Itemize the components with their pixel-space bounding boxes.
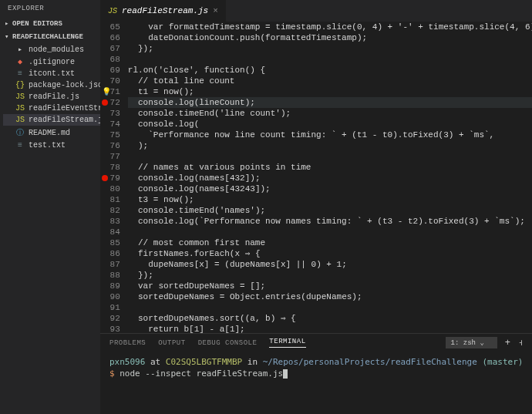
code-line[interactable]: sortedDupeNames = Object.entries(dupeNam… — [128, 291, 532, 302]
file-label: readFileEventStream.js — [29, 104, 100, 113]
line-number[interactable]: 81 — [105, 194, 120, 205]
code-line[interactable]: dupeNames[x] = (dupeNames[x] || 0) + 1; — [128, 259, 532, 270]
line-number[interactable]: 84 — [105, 227, 120, 237]
line-number[interactable]: 66 — [105, 32, 120, 43]
code-line[interactable] — [128, 302, 532, 313]
chevron-right-icon: ▸ — [5, 19, 12, 28]
panel-tabs: PROBLEMS OUTPUT DEBUG CONSOLE TERMINAL 1… — [100, 334, 532, 352]
tab-debug-console[interactable]: DEBUG CONSOLE — [198, 339, 258, 347]
code-line[interactable]: dateDonationCount.push(formattedTimestam… — [128, 32, 532, 43]
terminal[interactable]: pxn5096 at C02SQ5LBGTFMMBP in ~/Repos/pe… — [100, 352, 532, 414]
line-number[interactable]: 83 — [105, 216, 120, 227]
file-label: itcont.txt — [29, 69, 75, 78]
line-number[interactable]: 67 — [105, 43, 120, 54]
tab-problems[interactable]: PROBLEMS — [109, 339, 146, 347]
line-number[interactable]: 73 — [105, 108, 120, 119]
line-number[interactable]: 79 — [105, 173, 120, 183]
file-label: readFile.js — [29, 93, 79, 101]
line-number[interactable]: 68 — [105, 54, 120, 65]
line-number[interactable]: 80 — [105, 183, 120, 194]
line-number[interactable]: 90 — [105, 291, 120, 302]
tab-terminal[interactable]: TERMINAL — [269, 338, 305, 348]
terminal-selector-label: 1: zsh — [451, 339, 476, 347]
project-header[interactable]: ▾ READFILECHALLENGE — [0, 30, 100, 43]
line-number[interactable]: 77 — [105, 151, 120, 162]
line-number[interactable]: 88 — [105, 270, 120, 281]
code-line[interactable]: `Performance now line count timing: ` + … — [128, 130, 532, 140]
line-gutter[interactable]: 65666768697071💡7273747576777879808182838… — [100, 22, 128, 333]
term-branch: (master) — [477, 357, 524, 367]
code-line[interactable] — [128, 227, 532, 237]
code-line[interactable]: sortedDupeNames.sort((a, b) ⇒ { — [128, 313, 532, 324]
code-line[interactable]: var formattedTimestamp = timestamp.slice… — [128, 22, 532, 32]
line-number[interactable]: 71💡 — [105, 86, 120, 97]
tree-item[interactable]: JSreadFile.js — [3, 91, 100, 103]
tree-item[interactable]: {}package-lock.json — [3, 79, 100, 91]
code-line[interactable]: t3 = now(); — [128, 194, 532, 205]
code-line[interactable]: rl.on('close', function() { — [128, 65, 532, 76]
line-number[interactable]: 89 — [105, 281, 120, 291]
tree-item[interactable]: ⓘREADME.md — [3, 126, 100, 140]
code-line[interactable]: console.log(names[432]); — [128, 173, 532, 183]
line-number[interactable]: 76 — [105, 140, 120, 151]
line-number[interactable]: 87 — [105, 259, 120, 270]
code-line[interactable]: console.log(`Performance now names timin… — [128, 216, 532, 227]
code-line[interactable]: }); — [128, 43, 532, 54]
open-editors-header[interactable]: ▸ OPEN EDITORS — [0, 17, 100, 30]
tree-item[interactable]: ≡test.txt — [3, 140, 100, 151]
line-number[interactable]: 70 — [105, 76, 120, 86]
tree-item[interactable]: JSreadFileStream.js — [3, 114, 100, 126]
code-editor[interactable]: 65666768697071💡7273747576777879808182838… — [100, 22, 532, 333]
code-line[interactable]: return b[1] - a[1]; — [128, 324, 532, 333]
line-number[interactable]: 86 — [105, 248, 120, 259]
code-line[interactable] — [128, 54, 532, 65]
sidebar-title: EXPLORER — [0, 0, 100, 17]
breakpoint-icon[interactable] — [102, 99, 108, 106]
line-number[interactable]: 91 — [105, 302, 120, 313]
terminal-selector[interactable]: 1: zsh ⌄ — [446, 337, 497, 348]
tree-item[interactable]: ▸node_modules — [3, 43, 100, 56]
lightbulb-icon[interactable]: 💡 — [102, 87, 111, 98]
breakpoint-icon[interactable] — [102, 175, 108, 181]
line-number[interactable]: 78 — [105, 162, 120, 173]
tab-output[interactable]: OUTPUT — [158, 339, 185, 347]
code-line[interactable]: console.log(lineCount); — [128, 97, 532, 108]
code-content[interactable]: var formattedTimestamp = timestamp.slice… — [128, 22, 532, 333]
editor-tabs: JS readFileStream.js × — [100, 0, 532, 22]
line-number[interactable]: 74 — [105, 119, 120, 130]
code-line[interactable]: var sortedDupeNames = []; — [128, 281, 532, 291]
tree-item[interactable]: JSreadFileEventStream.js — [3, 103, 100, 114]
tree-item[interactable]: ◆.gitignore — [3, 56, 100, 68]
file-label: test.txt — [29, 141, 66, 150]
file-label: node_modules — [29, 45, 84, 54]
code-line[interactable]: // names at various points in time — [128, 162, 532, 173]
code-line[interactable]: // total line count — [128, 76, 532, 86]
line-number[interactable]: 93 — [105, 324, 120, 333]
line-number[interactable]: 69 — [105, 65, 120, 76]
code-line[interactable]: }); — [128, 270, 532, 281]
split-terminal-icon[interactable]: ⫞ — [518, 337, 523, 348]
code-line[interactable]: console.log(names[43243]); — [128, 183, 532, 194]
code-line[interactable]: t1 = now(); — [128, 86, 532, 97]
tree-item[interactable]: ≡itcont.txt — [3, 68, 100, 79]
line-number[interactable]: 92 — [105, 313, 120, 324]
file-icon: JS — [15, 104, 25, 113]
code-line[interactable]: firstNames.forEach(x ⇒ { — [128, 248, 532, 259]
line-number[interactable]: 65 — [105, 22, 120, 32]
code-line[interactable] — [128, 151, 532, 162]
file-tree: ▸node_modules◆.gitignore≡itcont.txt{}pac… — [0, 43, 100, 151]
code-line[interactable]: console.timeEnd('line count'); — [128, 108, 532, 119]
code-line[interactable]: console.log( — [128, 119, 532, 130]
new-terminal-icon[interactable]: + — [505, 338, 510, 348]
line-number[interactable]: 82 — [105, 205, 120, 216]
code-line[interactable]: // most common first name — [128, 237, 532, 248]
line-number[interactable]: 72 — [105, 97, 120, 108]
code-line[interactable]: ); — [128, 140, 532, 151]
line-number[interactable]: 75 — [105, 130, 120, 140]
close-icon[interactable]: × — [213, 6, 218, 15]
line-number[interactable]: 85 — [105, 237, 120, 248]
file-icon: ▸ — [15, 45, 25, 54]
file-icon: JS — [15, 93, 25, 101]
code-line[interactable]: console.timeEnd('names'); — [128, 205, 532, 216]
tab-readfilestream[interactable]: JS readFileStream.js × — [100, 0, 226, 22]
